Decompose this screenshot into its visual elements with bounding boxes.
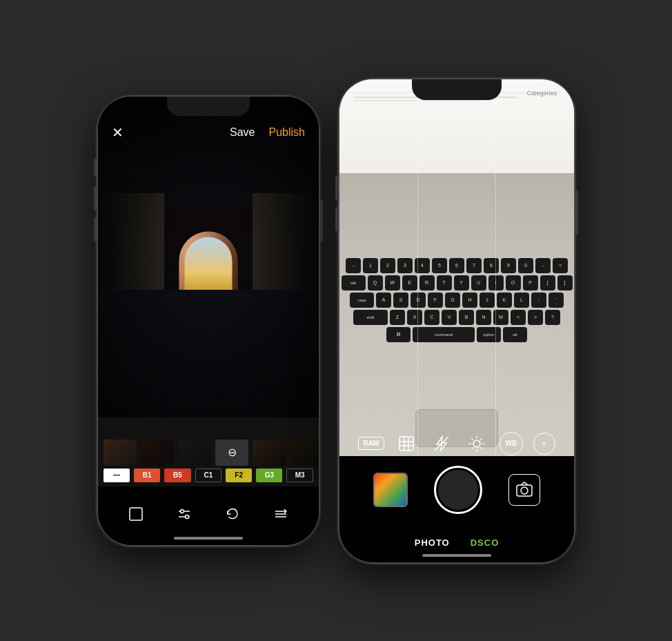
svg-point-17 xyxy=(473,440,480,447)
key-u: U xyxy=(471,275,486,290)
adjust-tool-icon[interactable] xyxy=(172,502,197,526)
flash-icon[interactable] xyxy=(429,431,454,456)
camera-flip-icon[interactable] xyxy=(508,474,540,506)
key-v: V xyxy=(442,310,457,325)
svg-line-22 xyxy=(472,438,473,440)
publish-button[interactable]: Publish xyxy=(269,126,305,139)
key-row-bottom: ⌘ command option alt xyxy=(339,327,574,342)
filter-adjust-icon[interactable]: ⊖ xyxy=(215,440,248,466)
filter-f2-label[interactable]: F2 xyxy=(226,469,252,482)
svg-rect-10 xyxy=(399,437,413,451)
filter-labels-row: — B1 B5 C1 F2 G3 M3 xyxy=(98,467,319,486)
svg-rect-0 xyxy=(130,508,142,520)
key-minus: - xyxy=(535,258,551,273)
filter-m3-label[interactable]: M3 xyxy=(286,469,313,482)
svg-line-25 xyxy=(472,447,473,448)
key-9: 9 xyxy=(501,258,516,273)
last-photo-thumbnail[interactable] xyxy=(373,473,408,507)
key-2: 2 xyxy=(380,258,395,273)
key-slash: ? xyxy=(545,310,560,325)
tunnel-vignette xyxy=(98,97,319,420)
key-d: D xyxy=(411,293,426,308)
key-cmd: ⌘ xyxy=(386,327,411,342)
filter-b5-label[interactable]: B5 xyxy=(164,469,190,482)
filter-thumb-3[interactable] xyxy=(178,440,211,466)
export-tool-icon[interactable] xyxy=(268,502,293,526)
editor-photo-area xyxy=(98,97,319,420)
key-o: O xyxy=(506,275,521,290)
thumbnail-image xyxy=(375,474,406,506)
frame-tool-icon[interactable] xyxy=(123,502,148,526)
close-button[interactable]: ✕ xyxy=(112,124,123,141)
save-button[interactable]: Save xyxy=(230,126,255,139)
dsco-mode-label[interactable]: DSCO xyxy=(471,538,500,548)
svg-point-2 xyxy=(181,509,184,513)
filter-b1-label[interactable]: B1 xyxy=(134,469,160,482)
power-button[interactable] xyxy=(320,200,323,241)
phone-right: Categories ~ 1 2 3 4 5 xyxy=(339,79,574,562)
raw-button[interactable]: RAW xyxy=(358,437,384,450)
key-8: 8 xyxy=(484,258,499,273)
key-space: command xyxy=(413,327,475,342)
filter-g3-label[interactable]: G3 xyxy=(256,469,282,482)
key-q: Q xyxy=(368,275,383,290)
key-row-asdf: caps A S D F G H J K L ; xyxy=(339,293,574,308)
filter-thumb-2[interactable] xyxy=(141,440,174,466)
key-e: E xyxy=(402,275,417,290)
key-m: M xyxy=(493,310,508,325)
home-indicator-left xyxy=(174,537,243,540)
filter-thumb-6[interactable] xyxy=(290,440,319,466)
key-a: A xyxy=(376,293,391,308)
key-period: > xyxy=(528,310,543,325)
keyboard-keys: ~ 1 2 3 4 5 6 7 8 9 0 - xyxy=(339,258,574,422)
key-row-number: ~ 1 2 3 4 5 6 7 8 9 0 - xyxy=(339,258,574,273)
home-indicator-right xyxy=(422,554,491,557)
key-row-qwerty: tab Q W E R T Y U I O P xyxy=(339,275,574,290)
filter-thumb-5[interactable] xyxy=(253,440,286,466)
phone-left: ✕ Save Publish ⊖ xyxy=(98,97,319,545)
key-b: B xyxy=(459,310,474,325)
key-equals: = xyxy=(553,258,568,273)
camera-viewfinder: Categories ~ 1 2 3 4 5 xyxy=(339,79,574,456)
editor-header: ✕ Save Publish xyxy=(98,124,319,141)
key-k: K xyxy=(497,293,512,308)
key-h: H xyxy=(462,293,477,308)
key-x: X xyxy=(407,310,422,325)
mode-selector: PHOTO DSCO xyxy=(339,538,574,548)
volume-down-button[interactable] xyxy=(94,217,97,241)
filter-thumb-1[interactable] xyxy=(103,440,137,466)
grid-icon[interactable] xyxy=(394,431,419,456)
key-7: 7 xyxy=(466,258,482,273)
key-4: 4 xyxy=(415,258,430,273)
editor-actions: Save Publish xyxy=(230,126,305,139)
history-tool-icon[interactable] xyxy=(220,502,245,526)
key-r: R xyxy=(419,275,435,290)
wb-button[interactable]: WB xyxy=(500,432,523,455)
filter-c1-label[interactable]: C1 xyxy=(195,469,222,482)
right-power[interactable] xyxy=(575,190,578,235)
key-w: W xyxy=(385,275,400,290)
key-z: Z xyxy=(390,310,405,325)
key-comma: < xyxy=(511,310,526,325)
mute-button[interactable] xyxy=(94,159,97,176)
key-l: L xyxy=(514,293,529,308)
more-button[interactable]: + xyxy=(533,433,555,455)
right-vol-up[interactable] xyxy=(335,176,338,200)
categories-label: Categories xyxy=(526,90,557,97)
svg-line-23 xyxy=(481,447,482,448)
key-5: 5 xyxy=(432,258,447,273)
key-lbracket: [ xyxy=(540,275,555,290)
svg-point-27 xyxy=(521,487,528,494)
volume-up-button[interactable] xyxy=(94,186,97,210)
key-option: option xyxy=(477,327,501,342)
shutter-button[interactable] xyxy=(434,466,482,514)
editor-screen: ✕ Save Publish ⊖ xyxy=(98,97,319,545)
key-0: 0 xyxy=(518,258,533,273)
exposure-icon[interactable] xyxy=(464,431,489,456)
key-t: T xyxy=(437,275,452,290)
key-caps: caps xyxy=(350,293,374,308)
filter-none-label[interactable]: — xyxy=(103,469,130,482)
right-vol-down[interactable] xyxy=(335,207,338,231)
photo-mode-label[interactable]: PHOTO xyxy=(415,538,450,548)
phones-container: ✕ Save Publish ⊖ xyxy=(98,79,574,562)
